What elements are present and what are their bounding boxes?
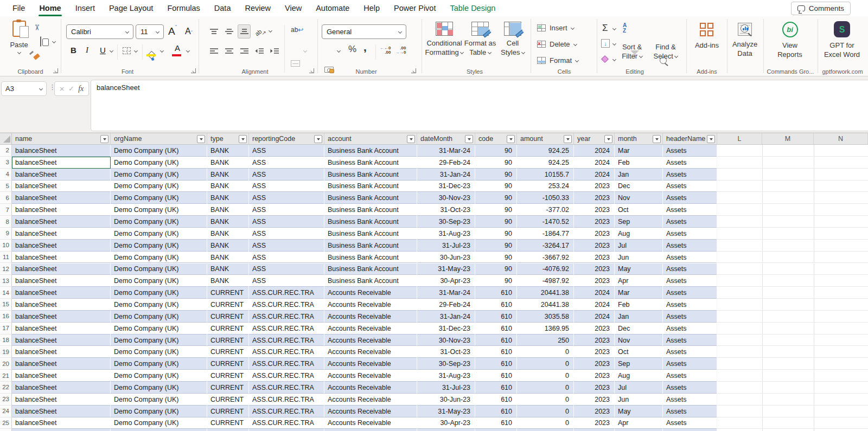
row-number[interactable]: 24 [0, 406, 12, 417]
autosum-chevron-icon[interactable] [612, 27, 616, 30]
cell-code[interactable]: 610 [475, 382, 517, 394]
cell-amount[interactable]: -1050.33 [517, 192, 574, 204]
cell-orgName[interactable]: Demo Company (UK) [111, 299, 207, 311]
cell-name[interactable]: balanceSheet [12, 145, 111, 157]
cell-account[interactable]: Accounts Receivable [324, 358, 417, 370]
cell-account[interactable]: Accounts Receivable [324, 382, 417, 394]
cell-dateMonth[interactable]: 30-Apr-23 [417, 275, 475, 287]
cell-reportingCode[interactable]: ASS [249, 145, 324, 157]
cell-name[interactable]: balanceSheet [12, 169, 111, 181]
row-number[interactable]: 3 [0, 157, 12, 169]
cell-account[interactable]: Accounts Receivable [324, 311, 417, 323]
cell-orgName[interactable]: Demo Company (UK) [111, 394, 207, 406]
row-number[interactable]: 10 [0, 240, 12, 252]
cell-code[interactable]: 610 [475, 394, 517, 406]
tab-data[interactable]: Data [207, 0, 238, 16]
row-number[interactable]: 19 [0, 346, 12, 358]
cell-year[interactable]: 2023 [574, 275, 615, 287]
cell-name[interactable]: balanceSheet [12, 334, 111, 346]
cell-year[interactable]: 2023 [574, 394, 615, 406]
empty-grid-area[interactable] [717, 216, 868, 228]
cell-dateMonth[interactable]: 31-Dec-23 [417, 323, 475, 334]
cell-amount[interactable]: -1864.77 [517, 228, 574, 240]
bottom-align-button[interactable] [238, 24, 251, 38]
decrease-indent-button[interactable] [253, 44, 266, 58]
cell-amount[interactable]: 1369.95 [517, 323, 574, 334]
cell-year[interactable]: 2023 [574, 370, 615, 382]
cell-year[interactable] [574, 429, 615, 431]
cell-code[interactable]: 610 [475, 406, 517, 417]
borders-icon[interactable] [123, 47, 131, 54]
cell-dateMonth[interactable]: 29-Feb-24 [417, 157, 475, 169]
cell-month[interactable]: Oct [615, 346, 663, 358]
cell-reportingCode[interactable]: ASS.CUR.REC.TRA [249, 334, 324, 346]
row-number[interactable]: 4 [0, 169, 12, 181]
empty-grid-area[interactable] [717, 157, 868, 169]
cell-reportingCode[interactable]: ASS.CUR.REC.TRA [249, 406, 324, 417]
empty-grid-area[interactable] [717, 334, 868, 346]
cell-code[interactable]: 90 [475, 252, 517, 263]
column-header-M[interactable]: M [762, 133, 814, 144]
cell-month[interactable]: Mar [615, 145, 663, 157]
cell-name[interactable]: balanceSheet [12, 216, 111, 228]
cell-headerName[interactable]: Assets [663, 406, 717, 417]
cell-amount[interactable]: 0 [517, 406, 574, 417]
cell-year[interactable]: 2024 [574, 145, 615, 157]
cell-year[interactable]: 2023 [574, 417, 615, 429]
filter-dropdown-icon[interactable] [465, 135, 473, 143]
row-number[interactable]: 13 [0, 275, 12, 287]
column-header-year[interactable]: year [574, 133, 615, 144]
italic-button[interactable]: I [86, 46, 88, 55]
cell-year[interactable]: 2024 [574, 299, 615, 311]
cell-headerName[interactable]: Assets [663, 299, 717, 311]
tab-power-pivot[interactable]: Power Pivot [387, 0, 443, 16]
cell-amount[interactable]: 20441.38 [517, 287, 574, 299]
cell-headerName[interactable]: Assets [663, 157, 717, 169]
cell-reportingCode[interactable]: ASS.CUR.REC.TRA [249, 417, 324, 429]
font-color-chevron-icon[interactable] [186, 49, 190, 53]
cell-code[interactable]: 610 [475, 358, 517, 370]
increase-decimal-button[interactable]: ←←0 .00 [380, 46, 391, 55]
select-all-button[interactable] [0, 133, 12, 144]
row-number[interactable]: 26 [0, 429, 12, 431]
cell-headerName[interactable]: Assets [663, 358, 717, 370]
cell-amount[interactable]: 10155.7 [517, 169, 574, 181]
cell-reportingCode[interactable]: ASS [249, 240, 324, 252]
cell-orgName[interactable]: Demo Company (UK) [111, 263, 207, 275]
empty-grid-area[interactable] [717, 228, 868, 240]
cell-headerName[interactable]: Assets [663, 311, 717, 323]
cell-headerName[interactable]: Assets [663, 181, 717, 192]
filter-dropdown-icon[interactable] [314, 135, 322, 143]
cell-type[interactable]: CURRENT [207, 323, 249, 334]
cell-amount[interactable]: -377.02 [517, 204, 574, 216]
cell-amount[interactable]: 20441.38 [517, 299, 574, 311]
font-size-combo[interactable]: 11 [136, 24, 164, 39]
cell-styles-button[interactable]: Cell Styles [497, 22, 528, 57]
cell-month[interactable]: Sep [615, 216, 663, 228]
wrap-text-button[interactable]: ab↩ [291, 26, 303, 34]
cell-name[interactable]: balanceSheet [12, 323, 111, 334]
cell-code[interactable]: 610 [475, 323, 517, 334]
fill-color-chevron-icon[interactable] [160, 49, 164, 53]
cell-account[interactable]: Accounts Receivable [324, 346, 417, 358]
cell-orgName[interactable]: Demo Company (UK) [111, 228, 207, 240]
formula-input[interactable]: balanceSheet [91, 80, 868, 131]
cell-dateMonth[interactable]: 31-Mar-24 [417, 145, 475, 157]
cell-orgName[interactable]: Demo Company (UK) [111, 417, 207, 429]
cell-account[interactable]: Business Bank Account [324, 181, 417, 192]
cell-year[interactable]: 2024 [574, 287, 615, 299]
number-format-combo[interactable]: General [322, 24, 406, 39]
cell-type[interactable]: BANK [207, 169, 249, 181]
column-header-name[interactable]: name [12, 133, 111, 144]
cell-month[interactable]: Apr [615, 417, 663, 429]
row-number[interactable]: 5 [0, 181, 12, 192]
cell-orgName[interactable]: Demo Company (UK) [111, 406, 207, 417]
cell-amount[interactable]: 0 [517, 346, 574, 358]
cell-account[interactable]: Accounts Receivable [324, 429, 417, 431]
cell-account[interactable]: Business Bank Account [324, 275, 417, 287]
cell-code[interactable]: 610 [475, 370, 517, 382]
cell-reportingCode[interactable]: ASS.CUR.REC.TRA [249, 358, 324, 370]
cell-dateMonth[interactable]: 30-Nov-23 [417, 334, 475, 346]
row-number[interactable]: 21 [0, 370, 12, 382]
cell-headerName[interactable]: Assets [663, 192, 717, 204]
